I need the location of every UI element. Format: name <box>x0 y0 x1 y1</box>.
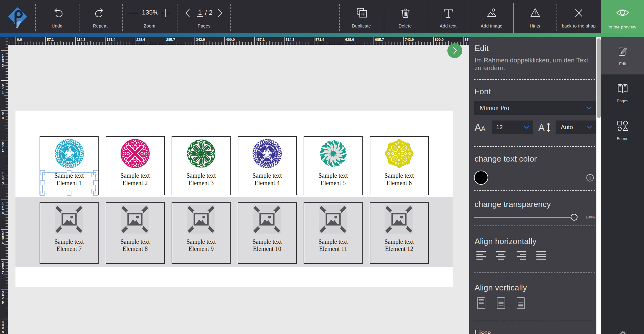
svg-text:3: 3 <box>2 181 4 185</box>
svg-text:7: 7 <box>2 271 4 274</box>
svg-text:0: 0 <box>2 116 4 120</box>
svg-text:571.4: 571.4 <box>315 38 324 41</box>
svg-text:1: 1 <box>2 149 4 152</box>
svg-text:285.7: 285.7 <box>166 38 175 41</box>
svg-text:171.4: 171.4 <box>107 38 116 41</box>
svg-text:857.1: 857.1 <box>465 38 470 41</box>
svg-text:800.0: 800.0 <box>435 38 444 41</box>
svg-text:0: 0 <box>2 330 4 334</box>
svg-text:628.6: 628.6 <box>345 38 354 41</box>
svg-text:0.0: 0.0 <box>17 38 22 41</box>
svg-text:4: 4 <box>2 211 4 215</box>
svg-text:6: 6 <box>2 241 4 245</box>
svg-text:685.7: 685.7 <box>375 38 384 41</box>
svg-text:742.9: 742.9 <box>405 38 414 41</box>
svg-text:1: 1 <box>2 91 4 95</box>
svg-text:57.1: 57.1 <box>47 38 54 41</box>
svg-text:514.3: 514.3 <box>286 38 295 41</box>
svg-text:228.6: 228.6 <box>136 38 145 41</box>
svg-text:9: 9 <box>2 301 4 304</box>
svg-text:3: 3 <box>2 64 4 67</box>
svg-text:114.3: 114.3 <box>77 38 85 41</box>
svg-text:342.9: 342.9 <box>196 38 205 41</box>
svg-text:A: A <box>538 122 545 133</box>
svg-text:400.0: 400.0 <box>226 38 235 41</box>
svg-text:457.1: 457.1 <box>256 38 265 41</box>
